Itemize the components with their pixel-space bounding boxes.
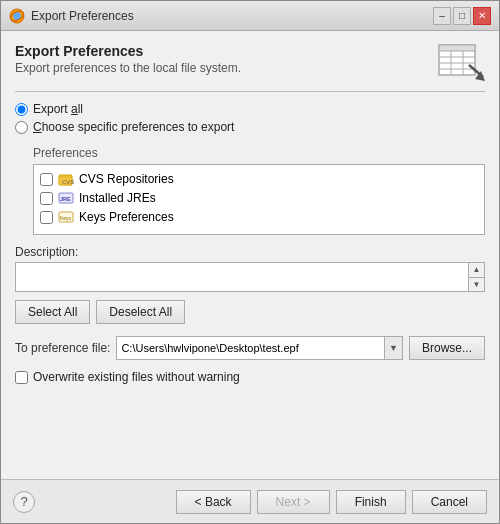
pref-keys-checkbox[interactable] bbox=[40, 211, 53, 224]
file-select-wrap: ▼ bbox=[116, 336, 403, 360]
title-bar-left: Export Preferences bbox=[9, 8, 134, 24]
page-header: Export Preferences Export preferences to… bbox=[15, 43, 485, 83]
overwrite-row: Overwrite existing files without warning bbox=[15, 370, 485, 384]
finish-button[interactable]: Finish bbox=[336, 490, 406, 514]
title-bar: Export Preferences – □ ✕ bbox=[1, 1, 499, 31]
browse-button[interactable]: Browse... bbox=[409, 336, 485, 360]
help-icon: ? bbox=[20, 494, 27, 509]
close-button[interactable]: ✕ bbox=[473, 7, 491, 25]
footer-nav: < Back Next > Finish Cancel bbox=[176, 490, 487, 514]
preferences-group: CVS CVS Repositories JRE Installed JREs bbox=[33, 164, 485, 235]
svg-text:Keys: Keys bbox=[60, 215, 72, 221]
export-icon bbox=[437, 43, 485, 83]
spinner-up-button[interactable]: ▲ bbox=[469, 263, 484, 278]
pref-keys-label: Keys Preferences bbox=[79, 210, 174, 224]
pref-item-keys: Keys Keys Preferences bbox=[40, 209, 478, 225]
export-all-label: Export all bbox=[33, 102, 83, 116]
title-bar-controls: – □ ✕ bbox=[433, 7, 491, 25]
spinner-down-button[interactable]: ▼ bbox=[469, 278, 484, 292]
minimize-button[interactable]: – bbox=[433, 7, 451, 25]
main-content: Export Preferences Export preferences to… bbox=[1, 31, 499, 479]
page-title: Export Preferences bbox=[15, 43, 241, 59]
app-icon bbox=[9, 8, 25, 24]
maximize-button[interactable]: □ bbox=[453, 7, 471, 25]
description-spinner: ▲ ▼ bbox=[468, 263, 484, 291]
file-row: To preference file: ▼ Browse... bbox=[15, 336, 485, 360]
overwrite-checkbox[interactable] bbox=[15, 371, 28, 384]
svg-text:JRE: JRE bbox=[60, 196, 71, 202]
footer-left: ? bbox=[13, 491, 35, 513]
pref-jre-label: Installed JREs bbox=[79, 191, 156, 205]
file-path-input[interactable] bbox=[117, 337, 384, 359]
pref-item-jre: JRE Installed JREs bbox=[40, 190, 478, 206]
cancel-button[interactable]: Cancel bbox=[412, 490, 487, 514]
pref-item-cvs: CVS CVS Repositories bbox=[40, 171, 478, 187]
svg-rect-4 bbox=[439, 45, 475, 51]
page-subtitle: Export preferences to the local file sys… bbox=[15, 61, 241, 75]
description-input[interactable] bbox=[16, 263, 468, 291]
footer: ? < Back Next > Finish Cancel bbox=[1, 479, 499, 523]
keys-icon: Keys bbox=[58, 209, 74, 225]
back-button[interactable]: < Back bbox=[176, 490, 251, 514]
select-all-button[interactable]: Select All bbox=[15, 300, 90, 324]
radio-group: Export all Choose specific preferences t… bbox=[15, 102, 485, 138]
jre-icon: JRE bbox=[58, 190, 74, 206]
file-dropdown-button[interactable]: ▼ bbox=[384, 337, 402, 359]
deselect-all-button[interactable]: Deselect All bbox=[96, 300, 185, 324]
selection-buttons: Select All Deselect All bbox=[15, 300, 485, 324]
description-input-wrap: ▲ ▼ bbox=[15, 262, 485, 292]
description-label: Description: bbox=[15, 245, 485, 259]
overwrite-label: Overwrite existing files without warning bbox=[33, 370, 240, 384]
choose-specific-label: Choose specific preferences to export bbox=[33, 120, 234, 134]
preferences-group-label: Preferences bbox=[33, 146, 485, 160]
cvs-icon: CVS bbox=[58, 171, 74, 187]
pref-cvs-label: CVS Repositories bbox=[79, 172, 174, 186]
choose-specific-option[interactable]: Choose specific preferences to export bbox=[15, 120, 485, 134]
export-all-radio[interactable] bbox=[15, 103, 28, 116]
window-title: Export Preferences bbox=[31, 9, 134, 23]
next-button[interactable]: Next > bbox=[257, 490, 330, 514]
header-divider bbox=[15, 91, 485, 92]
pref-cvs-checkbox[interactable] bbox=[40, 173, 53, 186]
description-section: Description: ▲ ▼ bbox=[15, 245, 485, 292]
help-button[interactable]: ? bbox=[13, 491, 35, 513]
svg-text:CVS: CVS bbox=[62, 179, 74, 185]
pref-jre-checkbox[interactable] bbox=[40, 192, 53, 205]
window: Export Preferences – □ ✕ Export Preferen… bbox=[0, 0, 500, 524]
file-label: To preference file: bbox=[15, 341, 110, 355]
export-all-option[interactable]: Export all bbox=[15, 102, 485, 116]
choose-specific-radio[interactable] bbox=[15, 121, 28, 134]
header-text: Export Preferences Export preferences to… bbox=[15, 43, 241, 75]
